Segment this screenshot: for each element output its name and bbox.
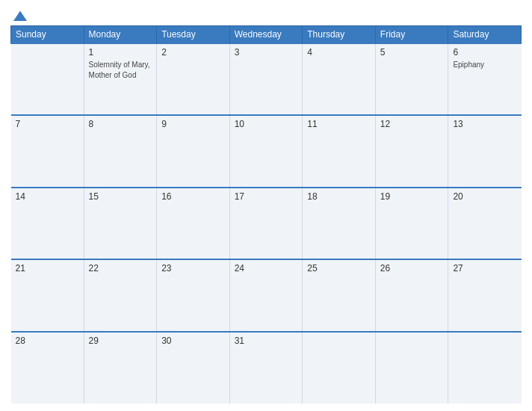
day-number: 23 — [161, 263, 225, 274]
calendar-cell: 28 — [11, 332, 84, 404]
calendar-week-row: 28293031 — [11, 332, 522, 404]
calendar-cell: 29 — [84, 332, 157, 404]
calendar-cell: 3 — [229, 43, 303, 115]
calendar-cell: 15 — [84, 188, 157, 259]
calendar-cell: 6Epiphany — [448, 43, 522, 115]
logo — [10, 7, 27, 21]
calendar-week-row: 78910111213 — [11, 115, 522, 187]
day-number: 25 — [307, 263, 371, 274]
calendar-cell: 12 — [375, 115, 448, 187]
calendar-cell: 5 — [375, 43, 448, 115]
weekday-header-saturday: Saturday — [448, 26, 522, 44]
day-number: 8 — [89, 119, 152, 129]
day-number: 17 — [235, 191, 298, 202]
calendar-cell: 26 — [375, 259, 448, 331]
calendar-cell: 2 — [157, 43, 230, 115]
day-number: 7 — [16, 119, 79, 129]
calendar-cell: 21 — [11, 259, 84, 331]
day-number: 9 — [161, 119, 225, 129]
day-number: 12 — [380, 119, 444, 129]
day-number: 30 — [161, 336, 225, 346]
day-number: 19 — [380, 191, 444, 202]
calendar-cell — [448, 332, 522, 404]
calendar-cell: 31 — [229, 332, 303, 404]
calendar-cell: 16 — [157, 188, 230, 259]
day-number: 1 — [89, 47, 152, 58]
calendar-cell — [11, 43, 84, 115]
calendar-cell: 8 — [84, 115, 157, 187]
calendar-week-row: 21222324252627 — [11, 259, 522, 331]
weekday-header-sunday: Sunday — [11, 26, 84, 44]
calendar-cell: 17 — [229, 188, 303, 259]
logo-icon — [13, 7, 27, 21]
day-number: 10 — [235, 119, 298, 129]
calendar-cell: 11 — [303, 115, 376, 187]
calendar-table: SundayMondayTuesdayWednesdayThursdayFrid… — [10, 25, 522, 404]
weekday-header-wednesday: Wednesday — [229, 26, 303, 44]
calendar-cell: 20 — [448, 188, 522, 259]
day-number: 15 — [89, 191, 152, 202]
day-number: 5 — [380, 47, 444, 58]
day-number: 4 — [307, 47, 371, 58]
calendar-page: SundayMondayTuesdayWednesdayThursdayFrid… — [0, 0, 532, 411]
calendar-cell: 19 — [375, 188, 448, 259]
calendar-week-row: 14151617181920 — [11, 188, 522, 259]
calendar-cell: 27 — [448, 259, 522, 331]
day-number: 11 — [307, 119, 371, 129]
calendar-cell: 10 — [229, 115, 303, 187]
calendar-cell: 13 — [448, 115, 522, 187]
calendar-cell — [303, 332, 376, 404]
day-number: 22 — [89, 263, 152, 274]
svg-marker-0 — [13, 11, 27, 22]
day-number: 26 — [380, 263, 444, 274]
event-text: Solemnity of Mary, Mother of God — [89, 61, 150, 79]
calendar-cell: 1Solemnity of Mary, Mother of God — [84, 43, 157, 115]
day-number: 6 — [453, 47, 516, 58]
day-number: 31 — [235, 336, 298, 346]
weekday-header-monday: Monday — [84, 26, 157, 44]
day-number: 27 — [453, 263, 516, 274]
calendar-cell: 25 — [303, 259, 376, 331]
day-number: 24 — [235, 263, 298, 274]
day-number: 20 — [453, 191, 516, 202]
calendar-week-row: 1Solemnity of Mary, Mother of God23456Ep… — [11, 43, 522, 115]
weekday-header-tuesday: Tuesday — [157, 26, 230, 44]
calendar-cell: 18 — [303, 188, 376, 259]
calendar-cell — [375, 332, 448, 404]
calendar-cell: 24 — [229, 259, 303, 331]
weekday-header-thursday: Thursday — [303, 26, 376, 44]
day-number: 18 — [307, 191, 371, 202]
calendar-cell: 7 — [11, 115, 84, 187]
day-number: 13 — [453, 119, 516, 129]
day-number: 21 — [16, 263, 79, 274]
calendar-cell: 30 — [157, 332, 230, 404]
day-number: 16 — [161, 191, 225, 202]
calendar-cell: 22 — [84, 259, 157, 331]
calendar-cell: 14 — [11, 188, 84, 259]
day-number: 29 — [89, 336, 152, 346]
day-number: 14 — [16, 191, 79, 202]
day-number: 2 — [161, 47, 225, 58]
calendar-cell: 4 — [303, 43, 376, 115]
calendar-cell: 23 — [157, 259, 230, 331]
event-text: Epiphany — [453, 61, 484, 69]
weekday-header-friday: Friday — [375, 26, 448, 44]
weekday-header-row: SundayMondayTuesdayWednesdayThursdayFrid… — [11, 26, 522, 44]
calendar-cell: 9 — [157, 115, 230, 187]
calendar-header — [10, 7, 522, 21]
day-number: 28 — [16, 336, 79, 346]
day-number: 3 — [235, 47, 298, 58]
